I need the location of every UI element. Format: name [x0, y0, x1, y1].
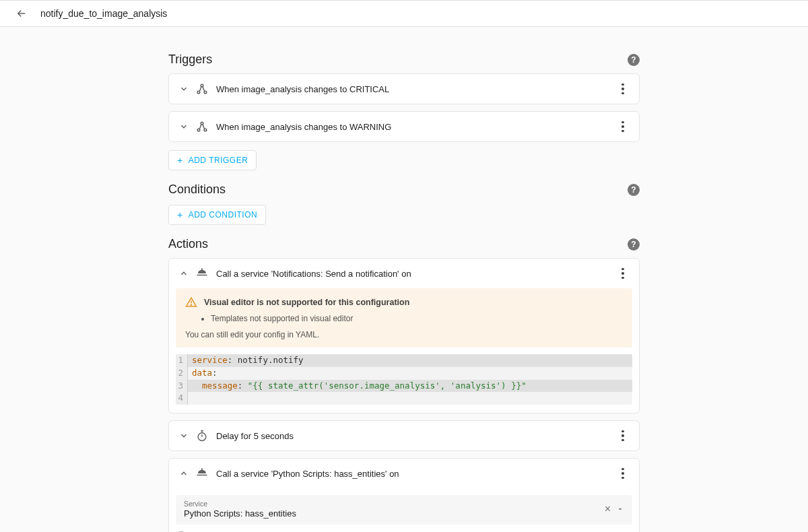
- add-trigger-label: ADD TRIGGER: [189, 156, 248, 165]
- chevron-down-icon[interactable]: [177, 82, 191, 96]
- trigger-label: When image_analysis changes to WARNING: [216, 122, 615, 132]
- plus-icon: +: [177, 156, 183, 165]
- trigger-card: When image_analysis changes to CRITICAL: [168, 73, 640, 104]
- yaml-editor[interactable]: 1service: notify.notify 2data: 3 message…: [176, 354, 632, 405]
- action-row[interactable]: Delay for 5 seconds: [169, 421, 639, 451]
- topbar: notify_due_to_image_analysis: [0, 0, 808, 27]
- svg-point-7: [191, 304, 191, 305]
- clear-icon[interactable]: ×: [605, 503, 611, 515]
- warning-title-row: Visual editor is not supported for this …: [185, 296, 623, 308]
- add-condition-label: ADD CONDITION: [189, 210, 258, 220]
- trigger-row[interactable]: When image_analysis changes to WARNING: [169, 112, 639, 141]
- dropdown-icon[interactable]: [616, 505, 624, 513]
- action-menu-button[interactable]: [615, 265, 631, 281]
- svg-point-5: [201, 122, 203, 125]
- service-select[interactable]: Service Python Scripts: hass_entities ×: [176, 495, 632, 525]
- action-label: Delay for 5 seconds: [216, 431, 615, 441]
- state-icon: [195, 119, 209, 134]
- warning-footer: You can still edit your config in YAML.: [185, 330, 623, 339]
- service-select-label: Service: [184, 500, 605, 508]
- action-menu-button[interactable]: [615, 465, 631, 481]
- actions-header: Actions ?: [168, 237, 640, 251]
- action-row[interactable]: Call a service 'Notifications: Send a no…: [169, 259, 639, 288]
- action-card: Call a service 'Notifications: Send a no…: [168, 258, 640, 413]
- conditions-header: Conditions ?: [168, 182, 640, 197]
- triggers-title: Triggers: [168, 53, 212, 67]
- action-card: Call a service 'Python Scripts: hass_ent…: [168, 458, 640, 532]
- add-trigger-button[interactable]: + ADD TRIGGER: [168, 150, 257, 170]
- help-icon[interactable]: ?: [628, 184, 640, 196]
- action-label: Call a service 'Notifications: Send a no…: [216, 269, 615, 279]
- help-icon[interactable]: ?: [628, 238, 640, 251]
- action-menu-button[interactable]: [615, 428, 631, 444]
- back-button[interactable]: [13, 5, 30, 22]
- arrow-left-icon: [15, 7, 28, 20]
- actions-title: Actions: [168, 237, 208, 251]
- stopwatch-icon: [195, 428, 209, 443]
- conditions-title: Conditions: [168, 182, 226, 197]
- trigger-label: When image_analysis changes to CRITICAL: [216, 84, 615, 94]
- svg-point-2: [201, 84, 203, 87]
- trigger-row[interactable]: When image_analysis changes to CRITICAL: [169, 74, 639, 104]
- help-icon[interactable]: ?: [628, 54, 640, 66]
- action-row[interactable]: Call a service 'Python Scripts: hass_ent…: [169, 459, 639, 488]
- triggers-header: Triggers ?: [168, 53, 640, 67]
- warning-box: Visual editor is not supported for this …: [176, 288, 632, 347]
- page-title: notify_due_to_image_analysis: [40, 8, 167, 19]
- service-select-value: Python Scripts: hass_entities: [184, 508, 605, 519]
- state-icon: [195, 81, 209, 96]
- warning-title: Visual editor is not supported for this …: [204, 298, 409, 307]
- main-content: Triggers ? When image_analysis changes t…: [168, 27, 640, 532]
- trigger-card: When image_analysis changes to WARNING: [168, 111, 640, 142]
- trigger-menu-button[interactable]: [615, 119, 631, 135]
- service-bell-icon: [195, 266, 209, 281]
- chevron-down-icon[interactable]: [177, 120, 191, 133]
- add-condition-button[interactable]: + ADD CONDITION: [168, 205, 266, 225]
- warning-bullet: Templates not supported in visual editor: [211, 314, 623, 323]
- warning-icon: [185, 296, 197, 308]
- trigger-menu-button[interactable]: [615, 81, 631, 97]
- action-label: Call a service 'Python Scripts: hass_ent…: [216, 469, 615, 479]
- chevron-up-icon[interactable]: [177, 467, 191, 480]
- chevron-down-icon[interactable]: [177, 429, 191, 442]
- action-card: Delay for 5 seconds: [168, 420, 640, 451]
- chevron-up-icon[interactable]: [177, 267, 191, 280]
- service-bell-icon: [195, 466, 209, 481]
- plus-icon: +: [177, 210, 183, 220]
